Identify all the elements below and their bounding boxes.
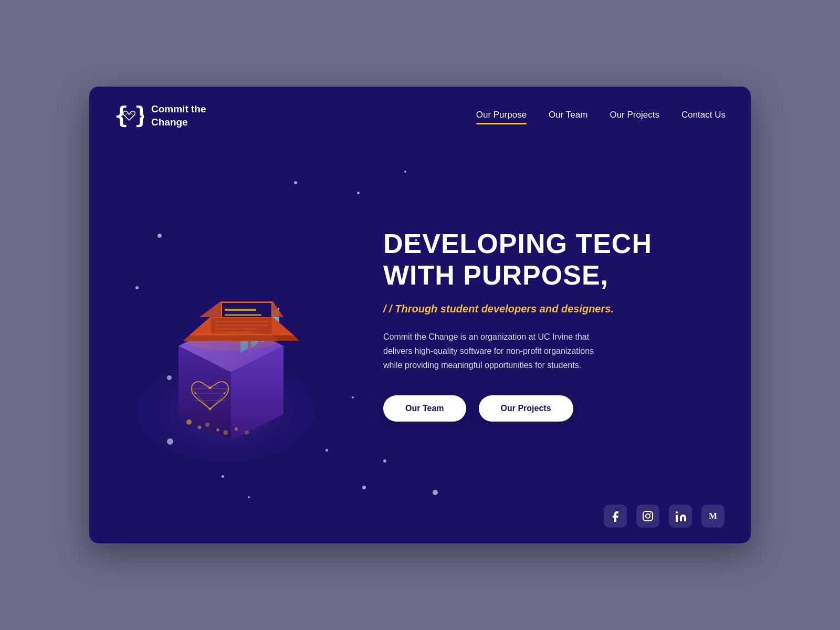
illustration-area [121, 199, 352, 472]
instagram-icon[interactable] [636, 505, 659, 528]
main-content: DEVELOPING TECH WITH PURPOSE, / / Throug… [89, 131, 751, 535]
text-content: DEVELOPING TECH WITH PURPOSE, / / Throug… [352, 228, 719, 443]
nav-links: Our Purpose Our Team Our Projects Contac… [476, 110, 726, 122]
nav-our-purpose[interactable]: Our Purpose [476, 110, 527, 122]
logo-area: { } Commit the Change [114, 101, 206, 131]
hero-title: DEVELOPING TECH WITH PURPOSE, [383, 228, 719, 291]
svg-point-40 [184, 331, 278, 350]
svg-point-43 [650, 513, 652, 514]
svg-point-27 [235, 427, 238, 430]
nav-our-team[interactable]: Our Team [549, 110, 587, 122]
svg-point-18 [209, 387, 212, 390]
linkedin-icon[interactable] [669, 505, 692, 528]
svg-rect-36 [215, 321, 268, 322]
svg-point-45 [676, 511, 678, 513]
hero-buttons: Our Team Our Projects [383, 395, 719, 422]
svg-text:}: } [134, 102, 144, 129]
logo-text: Commit the Change [151, 103, 206, 129]
svg-point-42 [646, 514, 650, 518]
navbar: { } Commit the Change Our Purpose Our Te… [89, 87, 751, 131]
svg-point-24 [205, 423, 209, 427]
svg-rect-44 [676, 515, 678, 522]
svg-rect-30 [225, 309, 256, 311]
svg-point-26 [224, 430, 228, 435]
our-projects-button[interactable]: Our Projects [479, 395, 573, 422]
nav-contact-us[interactable]: Contact Us [681, 110, 726, 122]
isometric-illustration [121, 199, 341, 472]
nav-our-projects[interactable]: Our Projects [610, 110, 659, 122]
svg-point-22 [186, 419, 192, 425]
svg-point-23 [198, 426, 202, 429]
svg-point-20 [194, 392, 196, 394]
svg-rect-38 [215, 328, 257, 330]
our-team-button[interactable]: Our Team [383, 395, 466, 422]
svg-point-25 [216, 428, 219, 432]
footer-social: M [604, 505, 724, 528]
hero-subtitle: / / Through student developers and desig… [383, 303, 719, 315]
facebook-icon[interactable] [604, 505, 627, 528]
svg-rect-37 [215, 324, 268, 326]
svg-rect-31 [225, 314, 261, 316]
svg-text:{: { [114, 102, 129, 129]
svg-rect-41 [643, 511, 653, 521]
logo-icon: { } [114, 101, 144, 131]
main-card: { } Commit the Change Our Purpose Our Te… [89, 87, 751, 543]
svg-point-21 [224, 392, 226, 394]
medium-icon[interactable]: M [701, 505, 724, 528]
hero-description: Commit the Change is an organization at … [383, 330, 604, 373]
svg-point-19 [209, 408, 212, 411]
svg-point-28 [245, 430, 249, 435]
